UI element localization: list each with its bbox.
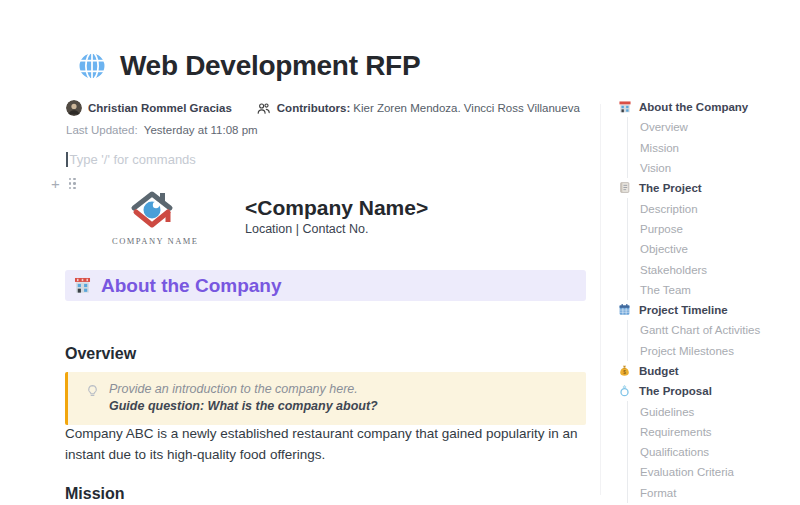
last-updated: Last Updated: Yesterday at 11:08 pm <box>66 124 258 136</box>
toc-item-guidelines[interactable]: Guidelines <box>627 401 796 421</box>
toc-divider <box>600 104 601 495</box>
store-icon <box>73 276 92 295</box>
mission-heading: Mission <box>65 485 125 503</box>
last-updated-value: Yesterday at 11:08 pm <box>144 124 258 136</box>
globe-icon <box>76 50 108 82</box>
toc-item-the-team[interactable]: The Team <box>627 280 796 300</box>
toc-item-evaluation-criteria[interactable]: Evaluation Criteria <box>627 462 796 482</box>
block-tools: + <box>51 176 76 191</box>
ring-icon <box>618 384 632 398</box>
avatar <box>66 100 82 116</box>
svg-text:$: $ <box>623 370 626 375</box>
contributors-label: Contributors: <box>277 102 350 114</box>
toc-item-mission[interactable]: Mission <box>627 138 796 158</box>
contributors-names: Kier Zoren Mendoza. Vincci Ross Villanue… <box>353 102 580 114</box>
store-icon <box>618 100 632 114</box>
house-logo-icon <box>124 216 180 233</box>
toc-item-project-milestones[interactable]: Project Milestones <box>627 341 796 361</box>
toc-item-vision[interactable]: Vision <box>627 158 796 178</box>
callout-line1: Provide an introduction to the company h… <box>109 381 378 398</box>
toc-item-description[interactable]: Description <box>627 198 796 218</box>
toc-item-purpose[interactable]: Purpose <box>627 219 796 239</box>
text-caret <box>66 152 68 167</box>
last-updated-label: Last Updated: <box>66 124 138 136</box>
toc-item-objective[interactable]: Objective <box>627 239 796 259</box>
toc-item-about-the-company[interactable]: About the Company <box>618 97 796 117</box>
toc-item-qualifications[interactable]: Qualifications <box>627 442 796 462</box>
table-of-contents: About the Company Overview Mission Visio… <box>618 97 796 503</box>
people-icon <box>256 101 271 116</box>
guide-callout: Provide an introduction to the company h… <box>65 372 586 425</box>
overview-heading: Overview <box>65 345 136 363</box>
toc-item-stakeholders[interactable]: Stakeholders <box>627 259 796 279</box>
page-title: Web Development RFP <box>120 50 420 82</box>
notepad-icon <box>618 181 632 195</box>
toc-item-format[interactable]: Format <box>627 483 796 503</box>
company-logo-block: COMPANY NAME <box>112 188 192 246</box>
toc-item-project-timeline[interactable]: Project Timeline <box>618 300 796 320</box>
overview-paragraph: Company ABC is a newly established resta… <box>65 423 586 465</box>
drag-handle-icon[interactable] <box>69 178 76 190</box>
toc-item-the-project[interactable]: The Project <box>618 178 796 198</box>
add-block-button[interactable]: + <box>51 176 60 191</box>
company-name-text: <Company Name> <box>245 196 428 220</box>
editor-placeholder[interactable]: Type '/' for commands <box>70 152 196 167</box>
toc-item-requirements[interactable]: Requirements <box>627 422 796 442</box>
company-subtitle: Location | Contact No. <box>245 222 368 236</box>
about-company-banner: About the Company <box>65 270 586 301</box>
toc-item-gantt-chart-of-activities[interactable]: Gantt Chart of Activities <box>627 320 796 340</box>
lightbulb-icon <box>86 383 99 396</box>
editor-placeholder-line[interactable]: Type '/' for commands <box>66 152 196 167</box>
moneybag-icon: $ <box>618 364 632 378</box>
calendar-icon <box>618 303 632 317</box>
rfp-document-page: Web Development RFP Christian Rommel Gra… <box>0 0 800 505</box>
author-name: Christian Rommel Gracias <box>88 102 232 114</box>
callout-line2: Guide question: What is the company abou… <box>109 398 378 415</box>
logo-caption: COMPANY NAME <box>112 236 192 246</box>
about-company-heading: About the Company <box>101 275 282 297</box>
toc-item-the-proposal[interactable]: The Proposal <box>618 381 796 401</box>
page-title-row: Web Development RFP <box>76 50 420 82</box>
meta-row: Christian Rommel Gracias Contributors: K… <box>66 100 580 116</box>
toc-item-overview[interactable]: Overview <box>627 117 796 137</box>
toc-item-budget[interactable]: $ Budget <box>618 361 796 381</box>
